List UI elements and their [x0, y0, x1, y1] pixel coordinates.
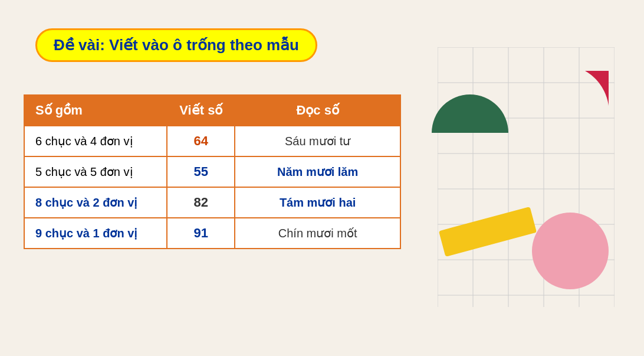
table-container: Số gồm Viết số Đọc số 6 chục và 4 đơn vị…	[24, 94, 401, 249]
table-row: 9 chục và 1 đơn vị91Chín mươi mốt	[24, 218, 400, 249]
cell-viet-so: 82	[167, 187, 235, 218]
title-box: Đề vài: Viết vào ô trống theo mẫu	[35, 28, 317, 62]
pink-circle-shape	[532, 213, 609, 289]
table-row: 6 chục và 4 đơn vị64Sáu mươi tư	[24, 126, 400, 156]
cell-so-gom: 6 chục và 4 đơn vị	[24, 126, 167, 156]
header-so-gom: Số gồm	[24, 95, 167, 126]
cell-doc-so: Năm mươi lăm	[235, 156, 400, 187]
table-row: 8 chục và 2 đơn vị82Tám mươi hai	[24, 187, 400, 218]
cell-viet-so: 91	[167, 218, 235, 249]
header-doc-so: Đọc số	[235, 95, 400, 126]
cell-doc-so: Tám mươi hai	[235, 187, 400, 218]
cell-so-gom: 5 chục và 5 đơn vị	[24, 156, 167, 187]
cell-so-gom: 9 chục và 1 đơn vị	[24, 218, 167, 249]
red-arc-shape	[538, 71, 609, 142]
cell-viet-so: 64	[167, 126, 235, 156]
decorative-shapes	[426, 35, 626, 319]
title-text: Đề vài: Viết vào ô trống theo mẫu	[54, 36, 299, 54]
cell-so-gom: 8 chục và 2 đơn vị	[24, 187, 167, 218]
table-row: 5 chục và 5 đơn vị55Năm mươi lăm	[24, 156, 400, 187]
main-table: Số gồm Viết số Đọc số 6 chục và 4 đơn vị…	[24, 94, 401, 249]
cell-doc-so: Chín mươi mốt	[235, 218, 400, 249]
header-viet-so: Viết số	[167, 95, 235, 126]
cell-doc-so: Sáu mươi tư	[235, 126, 400, 156]
cell-viet-so: 55	[167, 156, 235, 187]
